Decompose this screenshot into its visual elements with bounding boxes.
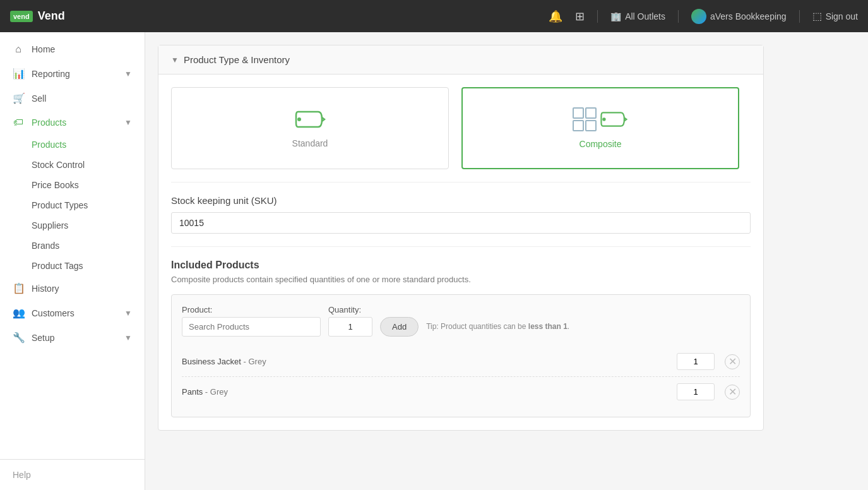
outlet-selector[interactable]: 🏢 All Outlets	[610, 11, 665, 21]
sidebar-item-product-tags[interactable]: Product Tags	[0, 256, 145, 276]
sidebar-item-home[interactable]: ⌂ Home	[0, 37, 145, 61]
sidebar-item-setup[interactable]: 🔧 Setup ▼	[0, 325, 145, 350]
standard-icon	[294, 108, 326, 131]
sidebar-item-brands[interactable]: Brands	[0, 236, 145, 256]
user-label: aVers Bookkeeping	[710, 11, 787, 21]
section-chevron: ▼	[171, 56, 179, 64]
sidebar-item-sell[interactable]: 🛒 Sell	[0, 86, 145, 111]
section-title: Product Type & Inventory	[184, 54, 290, 65]
sidebar-nav: ⌂ Home 📊 Reporting ▼ 🛒 Sell 🏷 Products ▼	[0, 32, 145, 459]
card-header[interactable]: ▼ Product Type & Inventory	[158, 45, 763, 75]
sidebar-item-label-sell: Sell	[32, 93, 46, 104]
logo-badge: vend	[10, 11, 33, 22]
svg-rect-1	[573, 108, 583, 118]
sku-label: Stock keeping unit (SKU)	[171, 195, 751, 206]
included-products-desc: Composite products contain specified qua…	[171, 275, 751, 284]
topnav-divider	[597, 10, 598, 23]
grid-icon[interactable]: ⊞	[575, 9, 585, 23]
sku-input[interactable]	[171, 212, 751, 234]
included-products-title: Included Products	[171, 260, 751, 271]
composite-tag-icon	[599, 109, 628, 129]
sidebar-item-reporting[interactable]: 📊 Reporting ▼	[0, 61, 145, 86]
composite-label: Composite	[580, 139, 622, 149]
product-search-input[interactable]	[182, 317, 321, 337]
divider-2	[171, 246, 751, 247]
included-products-section: Included Products Composite products con…	[171, 260, 751, 417]
add-product-button[interactable]: Add	[380, 317, 419, 337]
quantity-field-label: Quantity:	[328, 305, 372, 314]
svg-point-0	[297, 117, 301, 121]
svg-rect-4	[586, 121, 596, 131]
sidebar: ⌂ Home 📊 Reporting ▼ 🛒 Sell 🏷 Products ▼	[0, 32, 145, 490]
reporting-icon: 📊	[13, 68, 24, 80]
remove-product-2[interactable]: ✕	[725, 385, 740, 400]
tip-highlight: less than 1	[528, 322, 568, 331]
tip-text: Tip: Product quantities can be less than…	[426, 322, 569, 331]
signout-icon: ⬚	[812, 10, 822, 22]
main-content: ▼ Product Type & Inventory Standard	[145, 32, 868, 490]
sidebar-item-label-reporting: Reporting	[32, 69, 70, 79]
product-name-2: Pants - Grey	[182, 387, 667, 397]
product-qty-2[interactable]	[677, 383, 715, 400]
products-submenu: Products Stock Control Price Books Produ…	[0, 134, 145, 276]
topnav: vend Vend 🔔 ⊞ 🏢 All Outlets aVers Bookke…	[0, 0, 868, 32]
app-logo[interactable]: vend Vend	[10, 9, 65, 23]
sidebar-item-stock-control[interactable]: Stock Control	[0, 155, 145, 175]
sidebar-item-products[interactable]: 🏷 Products ▼	[0, 111, 145, 134]
composite-icon	[573, 107, 628, 131]
user-avatar	[691, 9, 706, 24]
products-icon: 🏷	[13, 117, 24, 128]
topnav-actions: 🔔 ⊞ 🏢 All Outlets aVers Bookkeeping ⬚ Si…	[549, 9, 858, 24]
reporting-chevron: ▼	[124, 69, 132, 78]
standard-label: Standard	[292, 138, 328, 148]
sidebar-item-label-setup: Setup	[32, 333, 55, 343]
topnav-divider2	[678, 10, 679, 23]
sidebar-item-customers[interactable]: 👥 Customers ▼	[0, 301, 145, 325]
product-list: Business Jacket - Grey ✕ Pants - Grey	[182, 347, 740, 407]
product-variant-2: - Grey	[203, 387, 228, 397]
stock-control-label: Stock Control	[32, 160, 85, 170]
suppliers-label: Suppliers	[32, 220, 68, 230]
sidebar-item-label-home: Home	[32, 44, 55, 54]
sidebar-item-products-sub[interactable]: Products	[0, 134, 145, 155]
composite-type-card[interactable]: Composite	[461, 87, 739, 169]
brands-label: Brands	[32, 241, 59, 251]
svg-rect-3	[573, 121, 583, 131]
help-label: Help	[13, 470, 31, 480]
products-sub-label: Products	[32, 140, 66, 150]
quantity-input[interactable]	[328, 317, 372, 337]
product-variant-1: - Grey	[241, 357, 266, 366]
customers-icon: 👥	[13, 307, 24, 319]
product-types-label: Product Types	[32, 200, 88, 210]
quantity-field-group: Quantity:	[328, 305, 372, 337]
help-link[interactable]: Help	[0, 459, 145, 490]
user-menu[interactable]: aVers Bookkeeping	[691, 9, 787, 24]
add-product-row: Product: Quantity: Add Tip: Product quan…	[182, 305, 740, 337]
product-type-inventory-card: ▼ Product Type & Inventory Standard	[158, 45, 764, 431]
product-tags-label: Product Tags	[32, 261, 83, 271]
remove-product-1[interactable]: ✕	[725, 354, 740, 369]
product-field-group: Product:	[182, 305, 321, 337]
product-row: Business Jacket - Grey ✕	[182, 347, 740, 377]
signout-button[interactable]: ⬚ Sign out	[812, 10, 858, 22]
products-chevron: ▼	[124, 118, 132, 127]
setup-icon: 🔧	[13, 332, 24, 344]
home-icon: ⌂	[13, 44, 24, 55]
sell-icon: 🛒	[13, 92, 24, 104]
divider-1	[171, 182, 751, 182]
price-books-label: Price Books	[32, 180, 79, 190]
sidebar-item-price-books[interactable]: Price Books	[0, 175, 145, 195]
notification-icon[interactable]: 🔔	[549, 9, 562, 23]
standard-type-card[interactable]: Standard	[171, 87, 449, 169]
composite-grid-icon	[573, 107, 597, 131]
sidebar-item-product-types[interactable]: Product Types	[0, 195, 145, 215]
sidebar-item-suppliers[interactable]: Suppliers	[0, 215, 145, 236]
setup-chevron: ▼	[124, 333, 132, 342]
product-field-label: Product:	[182, 305, 321, 314]
history-icon: 📋	[13, 282, 24, 294]
product-name-1: Business Jacket - Grey	[182, 357, 667, 366]
logo-text: Vend	[38, 9, 65, 23]
sidebar-item-history[interactable]: 📋 History	[0, 276, 145, 301]
product-qty-1[interactable]	[677, 353, 715, 370]
sidebar-item-label-history: History	[32, 284, 59, 294]
